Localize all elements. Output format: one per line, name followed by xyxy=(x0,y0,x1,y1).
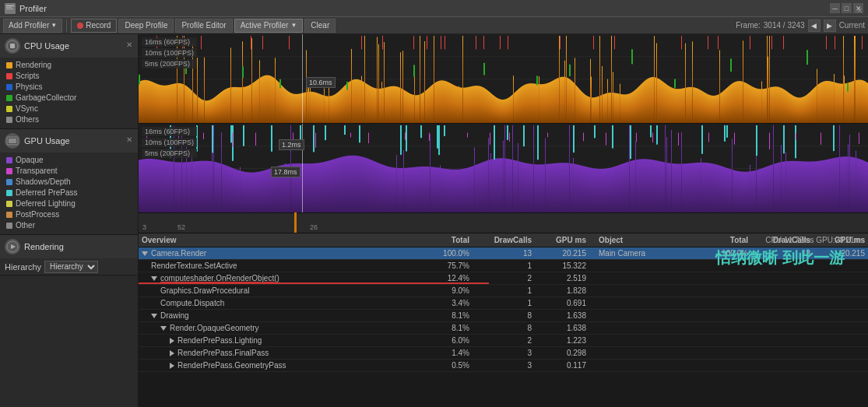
title-bar: Profiler ─ □ ✕ xyxy=(0,0,868,17)
physics-label: Physics xyxy=(16,82,42,93)
legend-item-opaque: Opaque xyxy=(6,155,132,166)
row-name-compute: computeshader.OnRenderObject() xyxy=(139,274,418,282)
row-gpu-drawing: 1.638 xyxy=(535,311,589,320)
legend-item-others: Others xyxy=(6,114,132,125)
row-object-camera: Main Camera xyxy=(596,249,697,258)
svg-rect-7 xyxy=(9,139,16,143)
frame-number: 3014 / 3243 xyxy=(764,21,805,30)
opaque-color xyxy=(6,157,12,163)
gpu-close-button[interactable]: ✕ xyxy=(124,134,135,145)
gc-label: GarbageCollector xyxy=(16,93,76,104)
th-obj-total: Total xyxy=(697,236,751,244)
tl-num-2: 52 xyxy=(177,223,185,231)
row-gpu-lighting: 1.223 xyxy=(535,336,589,345)
other-color xyxy=(6,223,12,229)
timeline-bar[interactable]: 3 52 26 xyxy=(139,213,868,233)
table-row[interactable]: computeshader.OnRenderObject() 12.4% 2 2… xyxy=(139,272,868,285)
row-total-rt: 75.7% xyxy=(418,261,473,270)
render-title: Rendering xyxy=(24,242,64,251)
row-total-dp: 9.0% xyxy=(418,286,473,295)
table-row[interactable]: Camera.Render 100.0% 13 20.215 Main Came… xyxy=(139,247,868,260)
gpu-ms-label-1: 1.2ms xyxy=(279,139,304,150)
minimize-button[interactable]: ─ xyxy=(830,3,840,13)
gpu-section-header: GPU Usage ✕ xyxy=(0,129,138,153)
gc-color xyxy=(6,95,12,101)
cpu-chart[interactable]: 16ms (60FPS) 10ms (100FPS) 5ms (200FPS) … xyxy=(139,34,868,124)
shadows-label: Shadows/Depth xyxy=(16,177,71,188)
red-underline-bar xyxy=(139,282,489,284)
deferred-lighting-color xyxy=(6,201,12,207)
row-total-drawing: 8.1% xyxy=(418,311,473,320)
row-dc-opaque: 8 xyxy=(473,324,535,332)
opaquegeo-expand-icon xyxy=(160,326,167,331)
scripts-label: Scripts xyxy=(16,71,40,82)
frame-prev-button[interactable]: ◀ xyxy=(808,19,821,32)
profiler-icon xyxy=(5,3,16,14)
legend-item-postprocess: PostProcess xyxy=(6,209,132,220)
row-dc-camera: 13 xyxy=(473,249,535,258)
profile-editor-button[interactable]: Profile Editor xyxy=(175,19,232,33)
add-profiler-label: Add Profiler xyxy=(9,21,49,30)
row-dc-final: 3 xyxy=(473,349,535,357)
perf-info: CPU:11.72ms GPU:20.21ms xyxy=(765,233,865,247)
svg-rect-3 xyxy=(6,9,13,9)
cpu-close-button[interactable]: ✕ xyxy=(124,39,135,50)
maximize-button[interactable]: □ xyxy=(842,3,852,13)
th-total: Total xyxy=(418,236,473,244)
svg-rect-5 xyxy=(10,44,15,48)
th-gpums: GPU ms xyxy=(535,236,589,244)
table-row[interactable]: Drawing 8.1% 8 1.638 xyxy=(139,310,868,322)
legend-item-vsync: VSync xyxy=(6,104,132,114)
hierarchy-select[interactable]: Hierarchy xyxy=(44,261,98,273)
active-dropdown-icon: ▼ xyxy=(290,22,297,29)
table-row[interactable]: Render.OpaqueGeometry 8.1% 8 1.638 xyxy=(139,322,868,335)
row-gpu-dispatch: 0.691 xyxy=(535,299,589,307)
th-object: Object xyxy=(596,236,697,244)
frame-next-button[interactable]: ▶ xyxy=(824,19,836,32)
table-row[interactable]: RenderPrePass.GeometryPass 0.5% 3 0.117 xyxy=(139,360,868,372)
table-row[interactable]: RenderTexture.SetActive 75.7% 1 15.322 xyxy=(139,260,868,272)
tl-num-1: 3 xyxy=(142,223,146,231)
table-row[interactable]: RenderPrePass.Lighting 6.0% 2 1.223 xyxy=(139,335,868,347)
table-row[interactable]: Compute.Dispatch 3.4% 1 0.691 xyxy=(139,297,868,310)
gpu-chart[interactable]: 16ms (60FPS) 10ms (100FPS) 5ms (200FPS) … xyxy=(139,124,868,213)
row-dc-dispatch: 1 xyxy=(473,299,535,307)
active-profiler-button[interactable]: Active Profiler ▼ xyxy=(234,19,304,33)
clear-button[interactable]: Clear xyxy=(304,19,336,33)
row-total-lighting: 6.0% xyxy=(418,336,473,345)
row-total-camera: 100.0% xyxy=(418,249,473,258)
transparent-label: Transparent xyxy=(16,166,58,177)
gpu-ms-label-2: 17.8ms xyxy=(271,167,300,177)
legend-item-rendering: Rendering xyxy=(6,60,132,71)
clear-label: Clear xyxy=(311,21,329,30)
table-row[interactable]: RenderPrePass.FinalPass 1.4% 3 0.298 xyxy=(139,347,868,360)
cpu-section-header: CPU Usage ✕ xyxy=(0,34,138,58)
drawing-expand-icon xyxy=(151,314,157,318)
geo-expand-icon xyxy=(170,363,174,369)
others-label: Others xyxy=(16,114,39,125)
legend-item-gc: GarbageCollector xyxy=(6,93,132,104)
profile-editor-label: Profile Editor xyxy=(181,21,226,30)
table-row[interactable]: Graphics.DrawProcedural 9.0% 1 1.828 xyxy=(139,285,868,297)
gpu-title: GPU Usage xyxy=(24,136,70,146)
row-dc-geo: 3 xyxy=(473,361,535,370)
record-dot-icon xyxy=(77,23,83,29)
frame-info: Frame: 3014 / 3243 ◀ ▶ Current xyxy=(736,19,865,32)
row-obj-dc-camera: 13 xyxy=(751,249,814,258)
record-button[interactable]: Record xyxy=(71,19,117,33)
row-total-opaque: 8.1% xyxy=(418,324,473,332)
row-gpu-final: 0.298 xyxy=(535,349,589,357)
deep-profile-button[interactable]: Deep Profile xyxy=(118,19,174,33)
vsync-color xyxy=(6,106,12,112)
gpu-legend: Opaque Transparent Shadows/Depth Deferre… xyxy=(0,153,138,234)
legend-item-scripts: Scripts xyxy=(6,71,132,82)
row-name-drawprocedural: Graphics.DrawProcedural xyxy=(139,286,418,295)
legend-item-physics: Physics xyxy=(6,82,132,93)
row-gpu-dp: 1.828 xyxy=(535,286,589,295)
cpu-legend: Rendering Scripts Physics GarbageCollect… xyxy=(0,58,138,128)
add-profiler-button[interactable]: Add Profiler ▼ xyxy=(3,19,62,33)
row-name-drawing: Drawing xyxy=(139,311,418,320)
vsync-label: VSync xyxy=(16,104,38,114)
final-expand-icon xyxy=(170,350,174,356)
other-label: Other xyxy=(16,220,35,231)
